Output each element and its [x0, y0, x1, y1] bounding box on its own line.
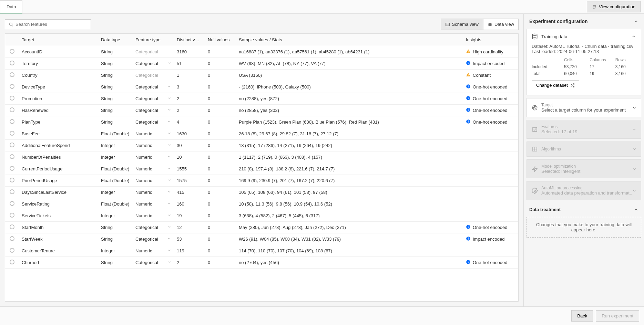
- target-radio[interactable]: [10, 178, 14, 182]
- search-input-wrapper[interactable]: [5, 19, 91, 29]
- cell-null: 0: [205, 222, 236, 233]
- feature-type-select[interactable]: Numeric: [135, 201, 171, 207]
- table-row[interactable]: ServiceTickets Integer Numeric 19 0 3 (6…: [5, 210, 518, 222]
- cell-null: 0: [205, 81, 236, 93]
- svg-rect-20: [468, 62, 468, 62]
- config-header[interactable]: Experiment configuration: [524, 14, 644, 29]
- cell-distinct: 3: [174, 81, 205, 93]
- svg-line-47: [571, 84, 572, 85]
- preprocessing-section: AutoML preprocessing Automated data prep…: [527, 181, 641, 200]
- target-radio[interactable]: [10, 72, 14, 77]
- change-dataset-button[interactable]: Change dataset: [532, 80, 579, 90]
- chevron-down-icon: [167, 61, 171, 66]
- target-radio[interactable]: [10, 224, 14, 229]
- table-row[interactable]: Churned String Categorical 2 0 no (2704)…: [5, 257, 518, 269]
- lightning-icon: [532, 166, 538, 172]
- table-row[interactable]: DaysSinceLastService Integer Numeric 415…: [5, 187, 518, 198]
- th-insights[interactable]: Insights: [463, 34, 518, 46]
- svg-point-5: [594, 8, 594, 8]
- cell-distinct: 415: [174, 187, 205, 198]
- th-distinct[interactable]: Distinct v…: [174, 34, 205, 46]
- view-configuration-button[interactable]: View configuration: [587, 1, 641, 12]
- modelopt-sub: Model optimization: [541, 164, 580, 169]
- cell-datatype: Integer: [98, 210, 133, 222]
- feature-type-select[interactable]: Numeric: [135, 131, 171, 136]
- feature-type-select[interactable]: Numeric: [135, 248, 171, 253]
- table-row[interactable]: CustomerTenure Integer Numeric 119 0 114…: [5, 245, 518, 257]
- table-row[interactable]: ServiceRating Float (Double) Numeric 160…: [5, 198, 518, 210]
- back-button[interactable]: Back: [571, 310, 593, 322]
- target-section[interactable]: Target Select a target column for your e…: [527, 98, 641, 117]
- target-radio[interactable]: [10, 213, 14, 218]
- cell-insights: One-hot encoded: [463, 81, 518, 93]
- feature-type-select[interactable]: Categorical: [135, 260, 171, 265]
- left-panel: Schema view Data view Target Data type: [0, 14, 523, 306]
- table-row[interactable]: Territory String Categorical 51 0 WV (98…: [5, 58, 518, 70]
- search-input[interactable]: [16, 22, 87, 27]
- data-treatment-header[interactable]: Data treatment: [524, 203, 644, 214]
- target-radio[interactable]: [10, 84, 14, 89]
- table-row[interactable]: AccountID String Categorical 3160 0 aa16…: [5, 46, 518, 58]
- target-radio[interactable]: [10, 189, 14, 194]
- feature-type-select[interactable]: Categorical: [135, 225, 171, 230]
- feature-type-select[interactable]: Categorical: [135, 84, 171, 90]
- feature-type-select[interactable]: Numeric: [135, 155, 171, 160]
- tab-data[interactable]: Data: [0, 0, 22, 13]
- training-data-head[interactable]: Training data: [527, 29, 641, 44]
- cell-datatype: Float (Double): [98, 128, 133, 140]
- data-view-button[interactable]: Data view: [483, 19, 519, 30]
- feature-type-select[interactable]: Numeric: [135, 213, 171, 218]
- table-row[interactable]: StartWeek String Categorical 53 0 W26 (9…: [5, 233, 518, 245]
- table-row[interactable]: AdditionalFeatureSpend Integer Numeric 3…: [5, 140, 518, 151]
- th-sample[interactable]: Sample values / Stats: [236, 34, 463, 46]
- target-radio[interactable]: [10, 49, 14, 54]
- feature-type-select[interactable]: Categorical: [135, 108, 171, 113]
- svg-point-44: [532, 34, 537, 36]
- target-radio[interactable]: [10, 61, 14, 65]
- table-row[interactable]: CurrentPeriodUsage Float (Double) Numeri…: [5, 163, 518, 175]
- features-table[interactable]: Target Data type Feature type Distinct v…: [5, 33, 519, 302]
- table-row[interactable]: DeviceType String Categorical 3 0 - (216…: [5, 81, 518, 93]
- feature-type-select[interactable]: Categorical: [135, 119, 171, 125]
- table-row[interactable]: NumberOfPenalties Integer Numeric 10 0 1…: [5, 151, 518, 163]
- target-radio[interactable]: [10, 131, 14, 136]
- feature-type-select[interactable]: Numeric: [135, 178, 171, 183]
- th-null[interactable]: Null values: [205, 34, 236, 46]
- target-radio[interactable]: [10, 201, 14, 206]
- target-radio[interactable]: [10, 166, 14, 171]
- feature-type-select[interactable]: Categorical: [135, 96, 171, 101]
- target-radio[interactable]: [10, 260, 14, 264]
- chevron-down-icon: [167, 119, 171, 125]
- target-radio[interactable]: [10, 107, 14, 112]
- th-feattype[interactable]: Feature type: [133, 34, 174, 46]
- table-row[interactable]: HasRenewed String Categorical 2 0 no (28…: [5, 105, 518, 116]
- svg-rect-21: [468, 74, 468, 75]
- target-radio[interactable]: [10, 248, 14, 253]
- th-datatype[interactable]: Data type: [98, 34, 133, 46]
- cell-name: Country: [19, 70, 98, 81]
- model-optimization-section: Model optimization Selected: Intelligent: [527, 159, 641, 178]
- target-radio[interactable]: [10, 154, 14, 159]
- cell-distinct: 19: [174, 210, 205, 222]
- modelopt-main: Selected: Intelligent: [541, 169, 580, 174]
- feature-type-select[interactable]: Categorical: [135, 237, 171, 242]
- feature-type-select[interactable]: Numeric: [135, 166, 171, 171]
- target-radio[interactable]: [10, 96, 14, 101]
- feature-type-select[interactable]: Numeric: [135, 143, 171, 148]
- table-row[interactable]: PriorPeriodUsage Float (Double) Numeric …: [5, 175, 518, 187]
- target-radio[interactable]: [10, 119, 14, 124]
- feature-type-select[interactable]: Categorical: [135, 61, 171, 66]
- target-radio[interactable]: [10, 236, 14, 241]
- table-row[interactable]: Promotion String Categorical 2 0 no (228…: [5, 93, 518, 105]
- insight-text: One-hot encoded: [473, 260, 507, 265]
- table-row[interactable]: BaseFee Float (Double) Numeric 1630 0 26…: [5, 128, 518, 140]
- schema-view-button[interactable]: Schema view: [441, 19, 483, 30]
- cell-sample: - (2160), iPhone (500), Galaxy (500): [236, 81, 463, 93]
- table-row[interactable]: PlanType String Categorical 4 0 Purple P…: [5, 116, 518, 128]
- target-radio[interactable]: [10, 143, 14, 147]
- chevron-down-icon: [167, 260, 171, 265]
- table-row[interactable]: StartMonth String Categorical 12 0 May (…: [5, 222, 518, 233]
- th-target[interactable]: Target: [19, 34, 98, 46]
- table-row[interactable]: Country String Categorical 1 0 USA (3160…: [5, 70, 518, 81]
- feature-type-select[interactable]: Numeric: [135, 190, 171, 195]
